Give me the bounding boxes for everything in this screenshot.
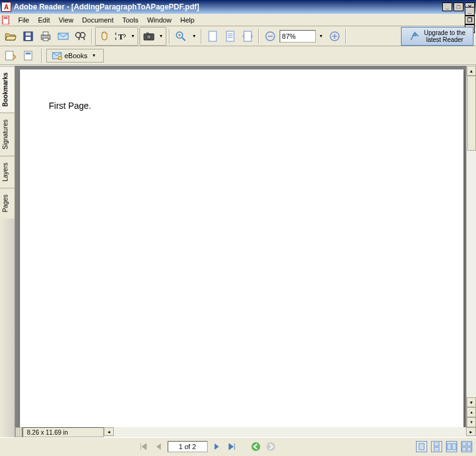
page-content: First Page. <box>49 101 435 111</box>
forward-button[interactable] <box>264 440 278 453</box>
menu-view[interactable]: View <box>54 15 78 25</box>
title-bar: A Adobe Reader - [AddingParagraphToAPage… <box>0 0 476 14</box>
svg-rect-25 <box>244 31 251 41</box>
zoom-dropdown-icon[interactable]: ▼ <box>190 34 198 38</box>
prev-page-button[interactable] <box>151 440 165 453</box>
scroll-left-button[interactable]: ◄ <box>104 427 114 436</box>
email-button[interactable] <box>55 28 71 44</box>
status-bar <box>0 437 476 455</box>
minimize-button[interactable]: _ <box>442 3 452 11</box>
last-page-button[interactable] <box>225 440 239 453</box>
svg-rect-38 <box>419 443 424 450</box>
page-down-button[interactable]: ▾ <box>467 417 476 427</box>
svg-rect-46 <box>467 447 471 451</box>
zoom-input[interactable] <box>280 30 316 43</box>
page-width-button[interactable] <box>240 28 256 44</box>
maximize-button[interactable]: □ <box>453 3 463 11</box>
select-text-button[interactable]: T <box>113 28 129 44</box>
menu-bar: File Edit View Document Tools Window Hel… <box>0 14 476 26</box>
svg-rect-44 <box>467 442 471 446</box>
ebooks-icon <box>52 51 62 60</box>
menu-window[interactable]: Window <box>143 15 176 25</box>
horizontal-scroll-row: 8.26 x 11.69 in ◄ ► <box>15 427 476 437</box>
next-page-button[interactable] <box>210 440 224 453</box>
svg-rect-1 <box>4 17 8 18</box>
document-page: First Page. <box>20 69 463 427</box>
svg-rect-31 <box>6 51 13 60</box>
page-blank-button[interactable] <box>205 28 221 44</box>
document-area: First Page. ▲ ▼ ▴ ▾ 8.26 x 11.69 in ◄ ► <box>15 66 476 437</box>
main-area: Bookmarks Signatures Layers Pages First … <box>0 65 476 437</box>
svg-point-37 <box>266 442 275 451</box>
svg-point-14 <box>146 34 151 39</box>
menu-edit[interactable]: Edit <box>34 15 54 25</box>
doc-minimize-button[interactable]: _ <box>465 7 475 16</box>
review-button[interactable] <box>3 48 19 64</box>
svg-rect-4 <box>26 33 31 36</box>
secondary-toolbar: eBooks ▼ <box>0 46 476 65</box>
zoom-plus-button[interactable] <box>327 28 343 44</box>
svg-rect-33 <box>26 53 31 54</box>
menu-tools[interactable]: Tools <box>118 15 143 25</box>
search-button[interactable] <box>73 28 89 44</box>
svg-rect-20 <box>209 31 216 41</box>
sidebar-tabstrip: Bookmarks Signatures Layers Pages <box>0 66 15 437</box>
page-number-input[interactable] <box>168 441 208 452</box>
svg-rect-42 <box>452 443 456 450</box>
save-button[interactable] <box>20 28 36 44</box>
svg-text:T: T <box>118 32 124 41</box>
svg-rect-41 <box>447 443 451 450</box>
export-button[interactable] <box>21 48 38 64</box>
scroll-up-button[interactable]: ▲ <box>467 66 476 76</box>
zoom-out-button[interactable] <box>262 28 278 44</box>
svg-rect-45 <box>462 447 466 451</box>
back-button[interactable] <box>249 440 263 453</box>
scroll-down-button[interactable]: ▼ <box>467 397 476 407</box>
zoom-select-dropdown-icon[interactable]: ▼ <box>317 34 325 38</box>
resize-handle[interactable] <box>15 427 23 437</box>
svg-rect-39 <box>434 442 439 446</box>
svg-line-17 <box>182 38 185 41</box>
ebooks-button[interactable]: eBooks ▼ <box>46 49 104 63</box>
upgrade-text-1: Upgrade to the <box>424 29 465 36</box>
snapshot-dropdown-icon[interactable]: ▼ <box>157 34 165 38</box>
hand-tool-button[interactable] <box>96 28 113 44</box>
document-icon <box>1 15 11 25</box>
svg-rect-8 <box>43 38 48 41</box>
continuous-view-button[interactable] <box>431 441 442 452</box>
scroll-right-button[interactable]: ► <box>466 427 476 436</box>
tab-pages[interactable]: Pages <box>0 188 14 218</box>
tab-bookmarks[interactable]: Bookmarks <box>0 66 14 113</box>
single-page-view-button[interactable] <box>416 441 427 452</box>
vertical-scrollbar[interactable]: ▲ ▼ ▴ ▾ <box>466 66 476 427</box>
horizontal-scrollbar[interactable]: ◄ ► <box>104 427 476 437</box>
zoom-in-button[interactable] <box>173 28 189 44</box>
menu-help[interactable]: Help <box>176 15 199 25</box>
upgrade-icon <box>409 31 420 42</box>
upgrade-text-2: latest Reader <box>424 36 465 43</box>
menu-document[interactable]: Document <box>78 15 118 25</box>
doc-restore-button[interactable]: ❐ <box>465 16 475 24</box>
page-fit-button[interactable] <box>222 28 238 44</box>
svg-rect-5 <box>26 37 31 40</box>
scroll-thumb[interactable] <box>467 76 476 151</box>
select-dropdown-icon[interactable]: ▼ <box>129 34 137 38</box>
svg-point-36 <box>251 442 260 451</box>
continuous-facing-view-button[interactable] <box>461 441 472 452</box>
svg-rect-40 <box>434 447 439 451</box>
print-button[interactable] <box>38 28 54 44</box>
tab-signatures[interactable]: Signatures <box>0 113 14 156</box>
tab-layers[interactable]: Layers <box>0 156 14 188</box>
svg-rect-43 <box>462 442 466 446</box>
facing-view-button[interactable] <box>446 441 457 452</box>
first-page-button[interactable] <box>136 440 150 453</box>
main-toolbar: T ▼ ▼ ▼ ▼ Upgrade to the latest Reader <box>0 26 476 46</box>
ebooks-dropdown-icon: ▼ <box>90 53 98 58</box>
menu-file[interactable]: File <box>14 15 34 25</box>
snapshot-button[interactable] <box>141 28 157 44</box>
window-title: Adobe Reader - [AddingParagraphToAPagePD… <box>14 3 442 11</box>
app-icon: A <box>1 2 11 12</box>
page-up-button[interactable]: ▴ <box>467 407 476 417</box>
upgrade-button[interactable]: Upgrade to the latest Reader <box>401 27 473 46</box>
open-button[interactable] <box>3 28 19 44</box>
